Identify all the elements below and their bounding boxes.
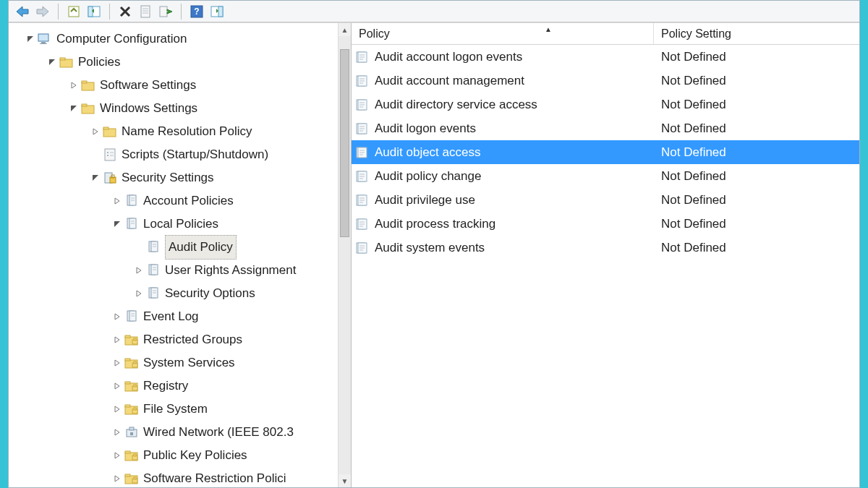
tree-item[interactable]: Registry [12,374,351,398]
svg-rect-75 [125,335,130,338]
policy-item-icon [356,217,370,231]
list-row[interactable]: Audit policy changeNot Defined [352,164,859,188]
list-row[interactable]: Audit directory service accessNot Define… [352,93,859,116]
tree-item[interactable]: Windows Settings [12,97,351,120]
policy-name: Audit logon events [375,121,476,136]
folder-icon [81,101,95,116]
policy-name: Audit system events [375,241,485,255]
cell-setting: Not Defined [654,121,859,136]
show-hide-action-button[interactable] [209,4,225,20]
list-row[interactable]: Audit object accessNot Defined [352,140,859,164]
list-row[interactable]: Audit logon eventsNot Defined [352,116,859,140]
folder-icon [103,124,117,139]
list-row[interactable]: Audit system eventsNot Defined [352,236,859,260]
policy-list[interactable]: Audit account logon eventsNot DefinedAud… [352,45,859,487]
policy-setting: Not Defined [661,145,726,159]
back-button[interactable] [14,4,30,20]
tree-item[interactable]: Name Resolution Policy [12,120,351,143]
tree-item-label: File System [143,398,208,421]
tree-item[interactable]: Audit Policy [12,236,351,259]
svg-rect-22 [40,43,47,44]
show-hide-tree-button[interactable] [86,4,102,20]
list-row[interactable]: Audit account managementNot Defined [352,69,859,93]
help-button[interactable]: ? [189,4,205,20]
tree-item-label: Scripts (Startup/Shutdown) [122,143,268,166]
collapse-icon[interactable] [68,103,80,114]
scroll-thumb[interactable] [340,49,349,237]
svg-rect-28 [82,81,87,83]
expand-icon[interactable] [133,265,145,276]
cell-setting: Not Defined [654,241,859,255]
export-button[interactable] [158,4,174,20]
expand-icon[interactable] [111,380,123,392]
tree-item[interactable]: Software Settings [12,74,351,97]
list-row[interactable]: Audit privilege useNot Defined [352,188,859,212]
list-row[interactable]: Audit process trackingNot Defined [352,212,859,236]
expand-icon[interactable] [111,195,123,207]
expand-icon[interactable] [111,427,123,438]
expand-icon[interactable] [111,403,123,415]
collapse-icon[interactable] [25,33,36,45]
tree-item-label: Wired Network (IEEE 802.3 [143,421,294,444]
sec-icon [103,171,117,185]
scroll-up-icon[interactable]: ▲ [339,23,351,36]
list-row[interactable]: Audit account logon eventsNot Defined [352,45,859,69]
tree-item[interactable]: System Services [12,351,351,374]
tree-item[interactable]: Scripts (Startup/Shutdown) [12,143,351,166]
tree-item[interactable]: Wired Network (IEEE 802.3 [12,421,351,444]
cell-setting: Not Defined [654,98,859,112]
svg-rect-35 [105,149,115,160]
delete-button[interactable] [117,4,133,20]
tree-item-label: Policies [78,51,121,74]
expand-icon[interactable] [90,126,101,137]
expand-icon[interactable] [111,473,123,484]
tree-item[interactable]: User Rights Assignment [12,259,351,282]
folderlock-icon [124,402,139,416]
tree-item[interactable]: Public Key Policies [12,444,351,467]
tree-item[interactable]: Restricted Groups [12,328,351,351]
collapse-icon[interactable] [111,218,123,230]
collapse-icon[interactable] [46,56,58,68]
tree-item-label: Event Log [143,305,199,328]
tree-item[interactable]: Local Policies [12,213,351,236]
collapse-icon[interactable] [90,172,101,184]
up-button[interactable] [66,4,82,20]
tree-item[interactable]: File System [12,398,351,421]
tree-item[interactable]: Event Log [12,305,351,328]
folderlock-icon [124,379,139,393]
expand-icon[interactable] [68,80,80,91]
expand-icon[interactable] [111,311,123,322]
tree-item-label: Windows Settings [100,97,197,120]
properties-button[interactable] [137,4,153,20]
scroll-down-icon[interactable]: ▼ [339,474,351,487]
policy-item-icon [356,193,370,207]
tree-item[interactable]: Policies [12,51,351,74]
cell-setting: Not Defined [654,74,859,88]
tree-item[interactable]: Security Settings [12,166,351,189]
tree-item[interactable]: Security Options [12,282,351,305]
svg-rect-12 [160,7,167,17]
scroll-track[interactable] [339,36,351,474]
cell-policy: Audit logon events [352,121,654,136]
expand-icon[interactable] [111,450,123,461]
tree-item[interactable]: Software Restriction Polici [12,467,351,487]
tree[interactable]: Computer ConfigurationPoliciesSoftware S… [9,23,351,487]
svg-marker-19 [27,36,33,42]
svg-marker-32 [93,129,98,134]
svg-rect-24 [60,59,72,67]
tree-item[interactable]: Account Policies [12,189,351,213]
expand-icon[interactable] [111,334,123,346]
cell-setting: Not Defined [654,50,859,64]
svg-marker-13 [167,9,172,14]
tree-item-label: Local Policies [143,213,218,236]
svg-rect-34 [103,127,109,129]
tree-item[interactable]: Computer Configuration [12,27,351,51]
toolbar-separator [109,4,110,20]
column-header-setting[interactable]: Policy Setting [654,23,859,44]
column-header-policy[interactable]: Policy ▲ [352,23,654,44]
forward-button[interactable] [35,4,51,20]
expand-icon[interactable] [133,288,145,299]
svg-marker-44 [115,198,119,204]
expand-icon[interactable] [111,357,123,369]
tree-scrollbar[interactable]: ▲ ▼ [338,23,351,487]
